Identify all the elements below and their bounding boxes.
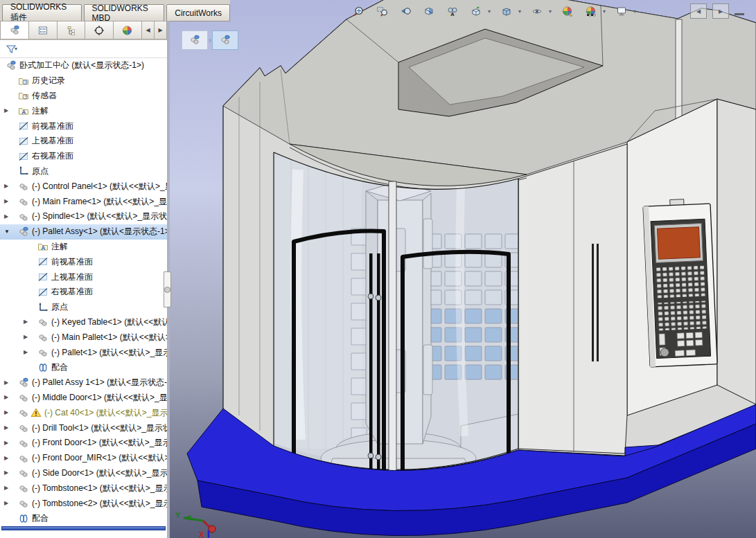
plane-icon <box>37 256 49 267</box>
display-style-caret-icon[interactable]: ▾ <box>518 8 521 15</box>
annotation-views-icon[interactable]: A <box>445 3 460 19</box>
tree-item[interactable]: 前视基准面 <box>0 254 167 269</box>
minimize-button[interactable] <box>735 13 744 15</box>
graphics-viewport[interactable]: Y X <box>170 0 756 538</box>
command-tab-0[interactable]: SOLIDWORKS 插件 <box>2 4 82 21</box>
section-view-icon[interactable] <box>421 3 437 19</box>
edit-appearance-icon[interactable] <box>560 3 575 19</box>
previous-view-icon[interactable] <box>398 3 413 19</box>
fm-tab-features-tree[interactable] <box>0 21 29 39</box>
expand-arrow-icon[interactable]: ▶ <box>4 199 8 204</box>
collapse-arrow-icon[interactable]: ▼ <box>4 229 10 235</box>
fm-tab-nav-right-button[interactable]: ▶ <box>155 21 167 39</box>
tree-item[interactable]: 配合 <box>0 511 167 526</box>
tree-item[interactable]: ▶ (-) Keyed Table<1> (默认<<默认>_显示状态 1>) <box>0 315 167 330</box>
tree-item[interactable]: A注解 <box>0 240 167 255</box>
tree-item[interactable]: ▶ (-) Tombstone<2> (默认<<默认>_显示状态 1>) <box>0 496 167 511</box>
expand-arrow-icon[interactable]: ▶ <box>4 183 8 189</box>
expand-arrow-icon[interactable]: ▶ <box>4 440 8 446</box>
expand-arrow-icon[interactable]: ▶ <box>24 334 28 340</box>
tree-item[interactable]: 原点 <box>0 164 167 179</box>
fm-tab-configuration-manager[interactable] <box>58 21 86 39</box>
side-door[interactable] <box>518 144 627 454</box>
tree-item[interactable]: ▶ (-) Side Door<1> (默认<<默认>_显示状态 1>) <box>0 466 167 481</box>
tree-item[interactable]: ▶ (-) Tombstone<1> (默认<<默认>_显示状态 1>) <box>0 481 167 496</box>
tree-item[interactable]: 配合 <box>0 360 167 375</box>
control-panel-3d[interactable] <box>643 198 717 367</box>
expand-arrow-icon[interactable]: ▶ <box>4 425 8 431</box>
tree-item-label: 前视基准面 <box>51 256 93 268</box>
breadcrumb-subassembly[interactable] <box>212 30 238 50</box>
tree-item[interactable]: 前视基准面 <box>0 118 167 134</box>
tree-item[interactable]: ▶ (-) Middle Door<1> (默认<<默认>_显示状态 1>) <box>0 391 167 406</box>
origin-icon <box>37 302 49 313</box>
expand-arrow-icon[interactable]: ▶ <box>24 350 28 355</box>
apply-scene-caret-icon[interactable]: ▾ <box>603 8 606 15</box>
tree-item-label: 配合 <box>51 361 68 373</box>
fm-tab-nav-left-button[interactable]: ◀ <box>142 21 155 39</box>
tree-item-label: 上视基准面 <box>32 135 73 147</box>
tree-item[interactable]: 右视基准面 <box>0 149 167 164</box>
tree-item[interactable]: 上视基准面 <box>0 269 167 285</box>
hide-show-items-icon[interactable] <box>529 3 545 19</box>
zoom-to-area-icon[interactable] <box>374 3 389 19</box>
expand-arrow-icon[interactable]: ▶ <box>4 456 8 461</box>
command-tab-1[interactable]: SOLIDWORKS MBD <box>84 4 165 21</box>
assembly-icon <box>18 226 29 237</box>
expand-arrow-icon[interactable]: ▶ <box>4 108 8 114</box>
selection-breadcrumb: › <box>182 30 238 50</box>
tree-item[interactable]: ▶ (-) Cat 40<1> (默认<<默认>_显示状态 1>) <box>0 405 167 420</box>
tree-item[interactable]: ▶ (-) Drill Tool<1> (默认<<默认>_显示状态 1>) <box>0 420 167 436</box>
tree-item-label: (-) Pallet Assy 1<1> (默认<显示状态-1>) <box>32 377 167 388</box>
expand-arrow-icon[interactable]: ▶ <box>24 319 28 325</box>
fm-tab-dimxpert[interactable] <box>85 21 114 39</box>
apply-scene-icon[interactable] <box>583 3 599 19</box>
hide-show-items-caret-icon[interactable]: ▾ <box>549 8 552 15</box>
tree-item-label: 右视基准面 <box>51 286 93 298</box>
tree-item[interactable]: ▶ (-) Pallet<1> (默认<<默认>_显示状态 1>) <box>0 345 167 360</box>
pane-left-button[interactable]: ◀ <box>690 3 707 19</box>
tree-item[interactable]: 右视基准面 <box>0 285 167 300</box>
rollback-bar[interactable] <box>1 526 166 530</box>
filter-caret-icon[interactable]: ▾ <box>15 46 17 52</box>
tree-item[interactable]: 原点 <box>0 300 167 315</box>
fm-tab-display-manager[interactable] <box>114 21 142 39</box>
svg-text:A: A <box>21 109 26 116</box>
view-orientation-icon[interactable] <box>468 3 484 19</box>
tree-item[interactable]: 传感器 <box>0 89 167 104</box>
tree-item[interactable]: ▼ (-) Pallet Assy<1> (默认<显示状态-1>) <box>0 224 167 240</box>
command-tab-2[interactable]: CircuitWorks <box>166 4 230 21</box>
display-style-icon[interactable] <box>499 3 514 19</box>
expand-arrow-icon[interactable]: ▶ <box>4 214 8 219</box>
expand-arrow-icon[interactable]: ▶ <box>4 485 8 491</box>
expand-arrow-icon[interactable]: ▶ <box>4 470 8 476</box>
view-settings-caret-icon[interactable]: ▾ <box>633 8 636 15</box>
fm-tab-property-manager[interactable] <box>29 21 58 39</box>
panel-collapse-handle[interactable] <box>164 271 171 307</box>
view-settings-icon[interactable] <box>614 3 629 19</box>
tree-item[interactable]: ▶ (-) Main Pallet<1> (默认<<默认>_显示状态 1>) <box>0 330 167 345</box>
machine-model[interactable] <box>187 0 756 536</box>
tree-item-label: 原点 <box>51 301 68 313</box>
tree-item[interactable]: ▶A注解 <box>0 103 167 118</box>
expand-arrow-icon[interactable]: ▶ <box>4 395 8 400</box>
breadcrumb-assembly[interactable] <box>182 30 208 50</box>
expand-arrow-icon[interactable]: ▶ <box>4 410 8 415</box>
pane-right-button[interactable]: ▶ <box>712 3 729 19</box>
expand-arrow-icon[interactable]: ▶ <box>4 501 8 506</box>
tree-item[interactable]: ▶ (-) Front Door_MIR<1> (默认<<默认>_显示状态 1>… <box>0 451 167 466</box>
tree-item[interactable]: ▶ (-) Control Panel<1> (默认<<默认>_显示状态 1>) <box>0 179 167 194</box>
tree-item[interactable]: 历史记录 <box>0 73 167 89</box>
tree-item[interactable]: ▶ (-) Main Frame<1> (默认<<默认>_显示状态 1>) <box>0 194 167 209</box>
tree-item[interactable]: ▶ (-) Front Door<1> (默认<<默认>_显示状态 1>) <box>0 436 167 451</box>
view-orientation-caret-icon[interactable]: ▾ <box>488 8 491 15</box>
tree-item[interactable]: ▶ (-) Pallet Assy 1<1> (默认<显示状态-1>) <box>0 375 167 391</box>
folder-sensors-icon <box>18 90 29 101</box>
expand-arrow-icon[interactable]: ▶ <box>4 380 8 386</box>
tree-item[interactable]: ▶ (-) Spindle<1> (默认<<默认>_显示状态 1>) <box>0 209 167 224</box>
tree-item[interactable]: 上视基准面 <box>0 134 167 149</box>
headsup-view-toolbar: A▾▾▾ ▾▾ <box>351 2 636 20</box>
tree-item-label: (-) Drill Tool<1> (默认<<默认>_显示状态 1>) <box>32 422 167 434</box>
zoom-to-fit-icon[interactable] <box>351 3 366 19</box>
tree-item[interactable]: 卧式加工中心 (默认<显示状态-1>) <box>0 58 167 73</box>
